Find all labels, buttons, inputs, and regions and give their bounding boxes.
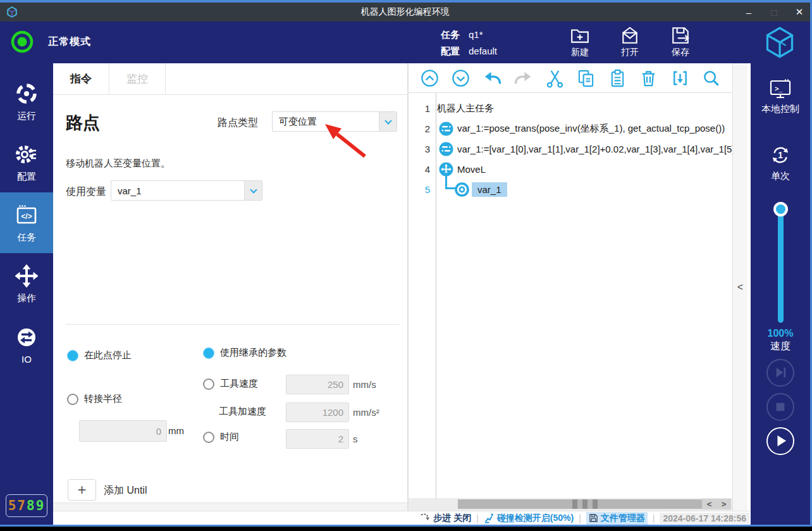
section-divider bbox=[66, 324, 400, 325]
file-manager-icon bbox=[589, 513, 598, 523]
scrollbar-thumb[interactable] bbox=[458, 499, 707, 509]
header: 正常模式 任务q1* 配置default 新建 打开 bbox=[0, 22, 810, 63]
local-control-button[interactable]: >_ 本地控制 bbox=[751, 78, 810, 115]
step-forward-icon bbox=[768, 360, 793, 385]
sidebar-item-operate[interactable]: 操作 bbox=[0, 253, 53, 314]
sidebar-item-label: IO bbox=[22, 354, 32, 365]
scroll-left-icon[interactable]: < bbox=[707, 499, 712, 509]
tool-speed-input[interactable]: 250 bbox=[286, 375, 349, 394]
tool-accel-input[interactable]: 1200 bbox=[286, 403, 349, 422]
program-line-2[interactable]: 2 var_1:=pose_trans(pose_inv(坐标系_1), get… bbox=[409, 118, 732, 139]
collision-label: 碰撞检测开启(50%) bbox=[497, 513, 574, 524]
stop-here-option[interactable]: 在此点停止 bbox=[67, 349, 132, 361]
save-button[interactable]: 保存 bbox=[661, 25, 700, 58]
collision-icon bbox=[484, 513, 495, 523]
close-button[interactable]: ✕ bbox=[794, 6, 805, 18]
program-line-4[interactable]: 4 MoveL bbox=[409, 159, 732, 179]
program-horizontal-scrollbar[interactable]: < > bbox=[409, 498, 732, 511]
tool-speed-option[interactable]: 工具速度 bbox=[203, 378, 258, 390]
speed-slider-track[interactable] bbox=[778, 209, 784, 323]
step-mode-status[interactable]: 步进 关闭 bbox=[420, 513, 471, 524]
chevron-down-icon[interactable] bbox=[379, 112, 397, 131]
sidebar-item-label: 运行 bbox=[17, 110, 36, 122]
sidebar-item-label: 任务 bbox=[17, 232, 36, 244]
sidebar-item-config[interactable]: 配置 bbox=[0, 132, 53, 192]
window-edge-bottom bbox=[0, 527, 812, 531]
stop-button[interactable] bbox=[766, 393, 794, 421]
collision-status[interactable]: 碰撞检测开启(50%) bbox=[484, 513, 574, 524]
stop-icon bbox=[768, 394, 793, 420]
blend-radius-input[interactable]: 0 bbox=[79, 420, 167, 442]
chevron-down-icon[interactable] bbox=[244, 181, 262, 200]
local-control-icon: >_ bbox=[751, 78, 810, 100]
insert-icon[interactable] bbox=[670, 68, 690, 88]
radio-unselected-icon[interactable] bbox=[203, 378, 214, 390]
file-meta: 任务q1* 配置default bbox=[441, 27, 497, 59]
sidebar-item-io[interactable]: IO bbox=[0, 314, 53, 375]
mode-label: 正常模式 bbox=[48, 35, 91, 49]
single-run-count: 1 bbox=[778, 151, 783, 160]
cut-icon[interactable] bbox=[545, 68, 565, 88]
single-run-label: 单次 bbox=[751, 170, 810, 182]
plus-icon: + bbox=[77, 481, 86, 499]
single-run-icon: 1 bbox=[751, 143, 810, 167]
expand-all-icon[interactable] bbox=[451, 68, 471, 88]
open-button[interactable]: 打开 bbox=[610, 25, 649, 58]
single-run-button[interactable]: 1 单次 bbox=[751, 143, 810, 182]
tool-accel-value: 1200 bbox=[323, 407, 343, 418]
blend-radius-option[interactable]: 转接半径 bbox=[67, 393, 122, 405]
speed-slider-thumb[interactable] bbox=[773, 202, 788, 216]
gear-icon bbox=[14, 142, 39, 167]
step-forward-button[interactable] bbox=[766, 359, 794, 387]
variable-select[interactable]: var_1 bbox=[111, 180, 262, 201]
radio-selected-icon[interactable] bbox=[67, 350, 78, 361]
tab-instruction[interactable]: 指令 bbox=[53, 63, 109, 94]
program-line-3[interactable]: 3 var_1:=[var_1[0],var_1[1],var_1[2]+0.0… bbox=[409, 139, 732, 159]
delete-icon[interactable] bbox=[639, 68, 658, 88]
line-number: 5 bbox=[409, 184, 436, 195]
paste-icon[interactable] bbox=[608, 68, 627, 88]
chevron-left-icon: < bbox=[737, 282, 743, 293]
step-mode-label: 步进 关闭 bbox=[433, 513, 471, 524]
main-horizontal-scrollbar[interactable] bbox=[53, 503, 407, 511]
sidebar-item-run[interactable]: 运行 bbox=[0, 71, 53, 132]
panel-collapse-handle[interactable]: < bbox=[732, 63, 747, 511]
time-label: 时间 bbox=[220, 431, 239, 443]
time-input[interactable]: 2 bbox=[286, 429, 349, 449]
program-line-1[interactable]: 1 机器人主任务 bbox=[409, 98, 732, 118]
file-manager-button[interactable]: 文件管理器 bbox=[586, 512, 648, 525]
radio-unselected-icon[interactable] bbox=[67, 394, 78, 405]
blend-radius-label: 转接半径 bbox=[84, 393, 122, 405]
new-file-icon bbox=[560, 25, 600, 46]
maximize-button[interactable]: □ bbox=[768, 7, 780, 18]
tool-speed-value: 250 bbox=[328, 379, 343, 390]
redo-icon[interactable] bbox=[514, 68, 533, 88]
collapse-all-icon[interactable] bbox=[420, 68, 440, 88]
minimize-button[interactable]: – bbox=[743, 7, 754, 18]
program-line-5[interactable]: 5 var_1 bbox=[409, 179, 732, 199]
new-button[interactable]: 新建 bbox=[560, 25, 600, 58]
add-until-button[interactable]: + bbox=[68, 479, 96, 501]
undo-icon[interactable] bbox=[483, 68, 502, 88]
counter-orange: 57 bbox=[8, 498, 27, 513]
open-file-icon bbox=[610, 25, 649, 46]
radio-unselected-icon[interactable] bbox=[203, 432, 214, 443]
line-text: MoveL bbox=[457, 164, 486, 175]
search-icon[interactable] bbox=[701, 68, 721, 88]
tab-monitor[interactable]: 监控 bbox=[109, 63, 166, 94]
waypoint-type-label: 路点类型 bbox=[218, 116, 258, 130]
scroll-right-icon[interactable]: > bbox=[722, 499, 727, 509]
inherit-params-option[interactable]: 使用继承的参数 bbox=[203, 347, 286, 359]
save-button-label: 保存 bbox=[661, 47, 700, 58]
copy-icon[interactable] bbox=[576, 68, 596, 88]
time-option[interactable]: 时间 bbox=[203, 431, 239, 443]
new-button-label: 新建 bbox=[560, 47, 600, 58]
status-separator: | bbox=[579, 513, 581, 523]
waypoint-description: 移动机器人至变量位置。 bbox=[66, 158, 170, 170]
play-icon bbox=[768, 428, 793, 454]
svg-text:>_: >_ bbox=[775, 85, 783, 92]
radio-selected-icon[interactable] bbox=[203, 347, 214, 359]
play-button[interactable] bbox=[766, 427, 794, 455]
sidebar-item-task[interactable]: </> 任务 bbox=[0, 192, 53, 253]
waypoint-type-select[interactable]: 可变位置 bbox=[272, 111, 397, 132]
